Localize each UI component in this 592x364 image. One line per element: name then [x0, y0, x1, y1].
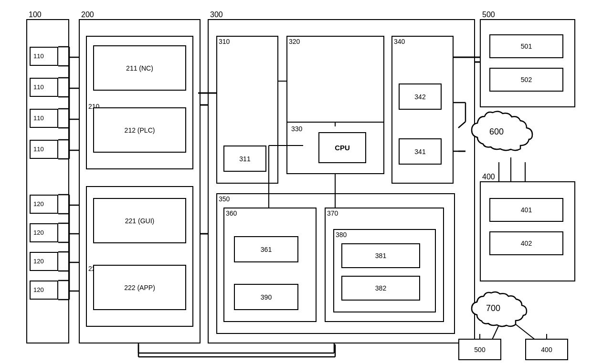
cloud-700: 700: [456, 286, 530, 334]
label-cpu: CPU: [335, 144, 350, 152]
cloud-600: 600: [458, 105, 535, 162]
label-310: 310: [219, 38, 230, 45]
cloud-700-svg: 700: [456, 286, 530, 334]
label-120-3: 120: [33, 258, 44, 265]
label-502: 502: [521, 76, 532, 83]
box-330: 330 CPU: [286, 122, 384, 174]
label-361: 361: [261, 246, 272, 253]
label-221: 221 (GUI): [125, 217, 154, 225]
label-360: 360: [226, 209, 237, 217]
label-400-bottom: 400: [541, 346, 552, 354]
label-402: 402: [521, 239, 532, 247]
label-110-2: 110: [33, 83, 44, 91]
label-120-1: 120: [33, 200, 44, 208]
box-502: 502: [489, 68, 563, 92]
cloud-600-svg: 600: [458, 105, 535, 162]
label-330: 330: [291, 125, 302, 133]
svg-text:600: 600: [489, 127, 504, 136]
label-390: 390: [261, 293, 272, 301]
label-212: 212 (PLC): [125, 126, 155, 134]
label-211: 211 (NC): [126, 64, 153, 72]
system-diagram: 100 110 110 110 110 120 120 120 120 200 …: [0, 0, 592, 364]
box-221: 221 (GUI): [93, 198, 186, 243]
label-200: 200: [81, 10, 94, 19]
label-110-4: 110: [33, 146, 44, 153]
label-400: 400: [482, 173, 495, 181]
box-320: [286, 36, 384, 126]
label-110-1: 110: [33, 52, 44, 60]
label-300: 300: [210, 10, 223, 19]
label-110-3: 110: [33, 114, 44, 122]
box-501: 501: [489, 34, 563, 58]
box-222: 222 (APP): [93, 265, 186, 310]
box-390: 390: [234, 284, 298, 310]
label-222: 222 (APP): [124, 284, 155, 291]
label-380: 380: [336, 231, 347, 239]
svg-text:700: 700: [486, 303, 500, 313]
box-500-bottom: 500: [458, 339, 501, 360]
box-120-1: 120: [30, 195, 58, 214]
box-382: 382: [341, 276, 420, 301]
label-342: 342: [414, 93, 425, 101]
box-110-2: 110: [30, 78, 58, 97]
box-342: 342: [399, 83, 442, 110]
box-381: 381: [341, 243, 420, 268]
label-120-4: 120: [33, 286, 44, 293]
box-361: 361: [234, 236, 298, 262]
box-110-4: 110: [30, 140, 58, 159]
box-211: 211 (NC): [93, 45, 186, 91]
label-100: 100: [29, 10, 42, 19]
box-120-3: 120: [30, 252, 58, 271]
label-501: 501: [521, 42, 532, 50]
box-cpu: CPU: [318, 132, 366, 163]
label-311: 311: [239, 155, 250, 163]
box-212: 212 (PLC): [93, 107, 186, 153]
label-350: 350: [219, 195, 230, 203]
label-120-2: 120: [33, 229, 44, 236]
label-341: 341: [414, 148, 425, 156]
label-340: 340: [394, 38, 405, 45]
box-401: 401: [489, 198, 563, 222]
label-381: 381: [375, 252, 386, 260]
label-401: 401: [521, 206, 532, 214]
box-120-4: 120: [30, 281, 58, 300]
label-320: 320: [289, 38, 300, 45]
box-110-3: 110: [30, 109, 58, 128]
label-500-bottom: 500: [474, 346, 485, 354]
box-110-1: 110: [30, 47, 58, 66]
box-500-top: [480, 19, 575, 107]
box-120-2: 120: [30, 223, 58, 242]
box-400-bottom: 400: [525, 339, 568, 360]
label-382: 382: [375, 284, 386, 292]
box-311: 311: [223, 146, 266, 172]
label-370: 370: [327, 209, 338, 217]
box-341: 341: [399, 138, 442, 165]
label-500-top: 500: [482, 10, 495, 19]
box-402: 402: [489, 231, 563, 255]
